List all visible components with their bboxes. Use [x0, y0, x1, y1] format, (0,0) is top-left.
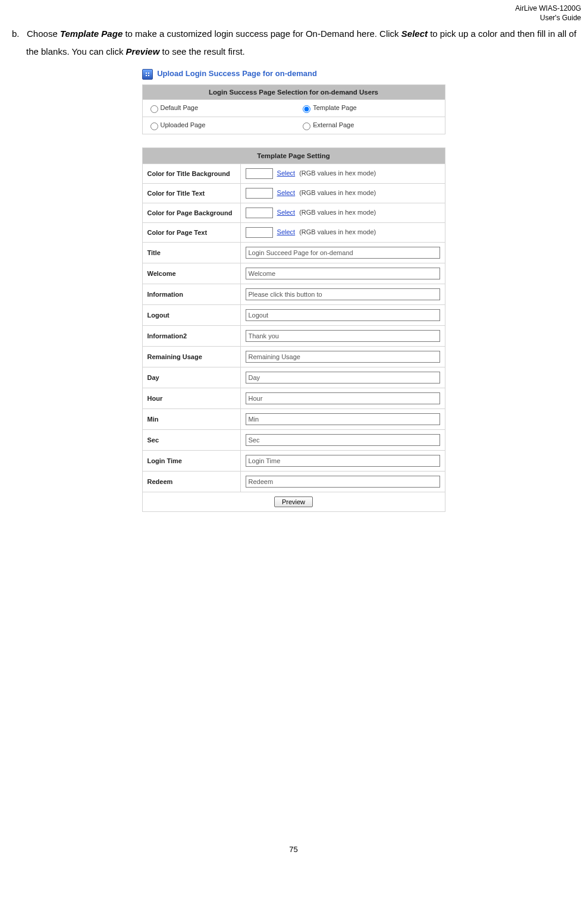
- input-redeem[interactable]: [246, 476, 440, 488]
- label-hour: Hour: [142, 388, 240, 409]
- label-title-bg: Color for Title Background: [142, 164, 240, 184]
- input-page-bg-color[interactable]: [246, 208, 273, 218]
- instr-bold-2: Select: [401, 29, 428, 39]
- panel-heading: Upload Login Success Page for on-demand: [142, 67, 445, 84]
- instr-text-2: to make a customized login success page …: [123, 29, 401, 39]
- label-information: Information: [142, 284, 240, 305]
- label-welcome: Welcome: [142, 263, 240, 284]
- instr-bold-3: Preview: [126, 46, 160, 56]
- label-title: Title: [142, 243, 240, 263]
- input-hour[interactable]: [246, 392, 440, 404]
- label-day: Day: [142, 367, 240, 388]
- input-information2[interactable]: [246, 330, 440, 342]
- label-title-text: Color for Title Text: [142, 184, 240, 203]
- product-name: AirLive WIAS-1200G: [515, 4, 581, 12]
- instr-text-1: Choose: [27, 29, 60, 39]
- input-title-text-color[interactable]: [246, 188, 273, 199]
- label-page-text: Color for Page Text: [142, 223, 240, 243]
- preview-button[interactable]: Preview: [274, 496, 313, 507]
- radio-uploaded-label: Uploaded Page: [161, 121, 206, 128]
- selection-table: Login Success Page Selection for on-dema…: [142, 84, 445, 134]
- upload-icon: [142, 69, 153, 80]
- hint-page-text: (RGB values in hex mode): [299, 228, 376, 235]
- input-title[interactable]: [246, 247, 440, 259]
- label-redeem: Redeem: [142, 472, 240, 492]
- page-number: 75: [0, 512, 587, 866]
- selection-header: Login Success Page Selection for on-dema…: [142, 85, 445, 100]
- doc-subtitle: User's Guide: [540, 14, 581, 22]
- template-header: Template Page Setting: [142, 148, 445, 164]
- radio-default-page[interactable]: Default Page: [147, 104, 199, 111]
- label-login-time: Login Time: [142, 451, 240, 472]
- input-title-bg-color[interactable]: [246, 168, 273, 179]
- input-sec[interactable]: [246, 434, 440, 446]
- hint-page-bg: (RGB values in hex mode): [299, 209, 376, 216]
- label-information2: Information2: [142, 326, 240, 347]
- label-sec: Sec: [142, 430, 240, 451]
- radio-template-label: Template Page: [313, 104, 356, 111]
- bullet-label: b.: [12, 29, 20, 39]
- input-page-text-color[interactable]: [246, 227, 273, 238]
- input-day[interactable]: [246, 372, 440, 384]
- input-logout[interactable]: [246, 309, 440, 321]
- input-information[interactable]: [246, 288, 440, 300]
- label-page-bg: Color for Page Background: [142, 203, 240, 223]
- panel-title-text: Upload Login Success Page for on-demand: [157, 70, 317, 78]
- doc-header: AirLive WIAS-1200G User's Guide: [0, 0, 587, 24]
- label-logout: Logout: [142, 305, 240, 326]
- instruction-paragraph: b. Choose Template Page to make a custom…: [0, 24, 587, 67]
- radio-external-page[interactable]: External Page: [300, 121, 354, 128]
- radio-template-page[interactable]: Template Page: [300, 104, 356, 111]
- instr-text-4: to see the result first.: [159, 46, 244, 56]
- label-min: Min: [142, 409, 240, 430]
- input-min[interactable]: [246, 413, 440, 425]
- select-link-title-bg[interactable]: Select: [277, 169, 296, 177]
- input-welcome[interactable]: [246, 268, 440, 279]
- template-settings-table: Template Page Setting Color for Title Ba…: [142, 147, 445, 512]
- input-remaining[interactable]: [246, 351, 440, 363]
- radio-uploaded-page[interactable]: Uploaded Page: [147, 121, 206, 128]
- hint-title-bg: (RGB values in hex mode): [299, 169, 376, 177]
- select-link-page-text[interactable]: Select: [277, 228, 296, 235]
- hint-title-text: (RGB values in hex mode): [299, 189, 376, 196]
- instr-bold-1: Template Page: [60, 29, 123, 39]
- input-login-time[interactable]: [246, 455, 440, 467]
- radio-default-label: Default Page: [161, 104, 199, 111]
- screenshot-figure: Upload Login Success Page for on-demand …: [142, 67, 445, 512]
- radio-external-label: External Page: [313, 121, 354, 128]
- select-link-page-bg[interactable]: Select: [277, 209, 296, 216]
- label-remaining: Remaining Usage: [142, 347, 240, 367]
- select-link-title-text[interactable]: Select: [277, 189, 296, 196]
